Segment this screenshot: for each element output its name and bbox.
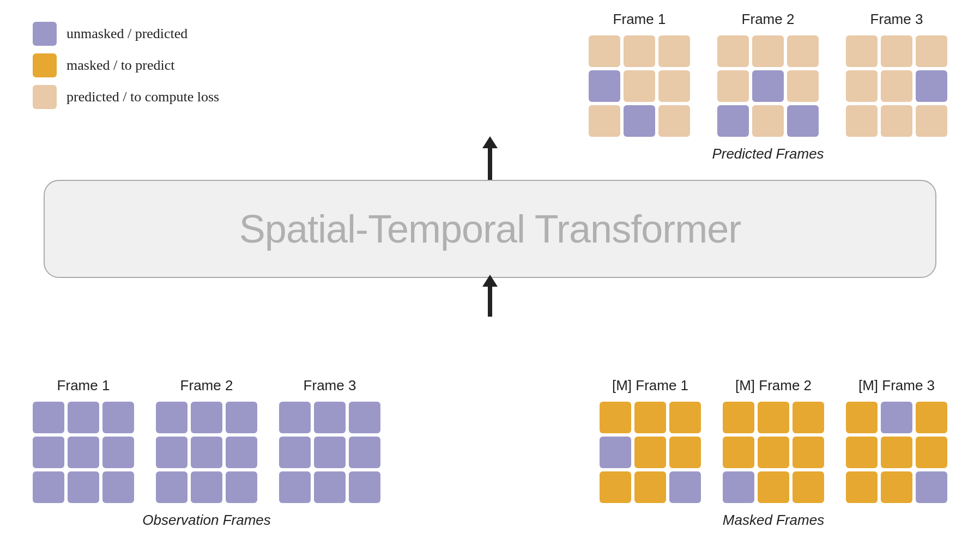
cell bbox=[156, 471, 187, 503]
cell bbox=[916, 105, 947, 137]
cell bbox=[156, 437, 187, 468]
predicted-frame-1-label: Frame 1 bbox=[613, 11, 666, 28]
predicted-frames-label: Predicted Frames bbox=[712, 146, 824, 162]
cell bbox=[102, 437, 134, 468]
cell bbox=[33, 437, 64, 468]
cell bbox=[752, 70, 784, 102]
cell bbox=[634, 437, 666, 468]
masked-frame-3-label: [M] Frame 3 bbox=[858, 377, 935, 394]
cell bbox=[102, 471, 134, 503]
obs-frame-3-label: Frame 3 bbox=[304, 377, 356, 394]
masked-frame-2-grid bbox=[723, 402, 824, 503]
cell bbox=[787, 70, 819, 102]
cell bbox=[156, 402, 187, 433]
cell bbox=[600, 471, 631, 503]
cell bbox=[846, 402, 878, 433]
cell bbox=[600, 402, 631, 433]
predicted-frame-3-label: Frame 3 bbox=[870, 11, 923, 28]
cell bbox=[717, 35, 749, 67]
cell bbox=[787, 105, 819, 137]
cell bbox=[846, 70, 878, 102]
arrow-head-bottom bbox=[482, 275, 498, 287]
cell bbox=[33, 402, 64, 433]
cell bbox=[723, 437, 754, 468]
masked-frame-2-label: [M] Frame 2 bbox=[735, 377, 812, 394]
masked-frames-row: [M] Frame 1 [M] Frame 2 bbox=[600, 377, 947, 503]
predicted-frame-3: Frame 3 bbox=[846, 11, 947, 137]
cell bbox=[758, 437, 789, 468]
obs-frame-1: Frame 1 bbox=[33, 377, 134, 503]
cell bbox=[752, 105, 784, 137]
cell bbox=[846, 437, 878, 468]
cell bbox=[68, 402, 99, 433]
top-section: Frame 1 Frame 2 bbox=[589, 11, 947, 162]
cell bbox=[793, 471, 824, 503]
masked-frame-3-grid bbox=[846, 402, 947, 503]
cell bbox=[846, 35, 878, 67]
cell bbox=[658, 70, 690, 102]
cell bbox=[787, 35, 819, 67]
transformer-box: Spatial-Temporal Transformer bbox=[44, 180, 936, 278]
cell bbox=[624, 35, 655, 67]
cell bbox=[349, 471, 380, 503]
cell bbox=[658, 105, 690, 137]
cell bbox=[279, 471, 311, 503]
cell bbox=[658, 35, 690, 67]
masked-frame-1-grid bbox=[600, 402, 701, 503]
cell bbox=[68, 437, 99, 468]
cell bbox=[589, 70, 620, 102]
cell bbox=[846, 471, 878, 503]
masked-frame-1: [M] Frame 1 bbox=[600, 377, 701, 503]
arrow-from-input bbox=[482, 275, 498, 317]
legend: unmasked / predicted masked / to predict… bbox=[33, 22, 219, 109]
legend-label-unmasked: unmasked / predicted bbox=[66, 26, 187, 42]
cell bbox=[669, 402, 701, 433]
observation-frames-row: Frame 1 Frame 2 bbox=[33, 377, 380, 503]
legend-label-predicted: predicted / to compute loss bbox=[66, 89, 219, 105]
cell bbox=[758, 402, 789, 433]
cell bbox=[723, 402, 754, 433]
legend-item-unmasked: unmasked / predicted bbox=[33, 22, 219, 46]
cell bbox=[600, 437, 631, 468]
predicted-frame-2-grid bbox=[717, 35, 819, 137]
cell bbox=[279, 437, 311, 468]
predicted-swatch bbox=[33, 85, 57, 109]
obs-frame-1-label: Frame 1 bbox=[57, 377, 110, 394]
cell bbox=[881, 471, 912, 503]
cell bbox=[191, 471, 222, 503]
masked-section: [M] Frame 1 [M] Frame 2 bbox=[600, 377, 947, 529]
predicted-frames-row: Frame 1 Frame 2 bbox=[589, 11, 947, 137]
cell bbox=[226, 402, 257, 433]
cell bbox=[916, 35, 947, 67]
cell bbox=[669, 437, 701, 468]
cell bbox=[916, 471, 947, 503]
cell bbox=[589, 105, 620, 137]
cell bbox=[33, 471, 64, 503]
cell bbox=[191, 402, 222, 433]
main-container: unmasked / predicted masked / to predict… bbox=[0, 0, 980, 545]
cell bbox=[634, 471, 666, 503]
cell bbox=[881, 70, 912, 102]
legend-item-predicted: predicted / to compute loss bbox=[33, 85, 219, 109]
predicted-frame-1: Frame 1 bbox=[589, 11, 690, 137]
masked-frame-1-label: [M] Frame 1 bbox=[612, 377, 688, 394]
cell bbox=[102, 402, 134, 433]
cell bbox=[881, 437, 912, 468]
cell bbox=[68, 471, 99, 503]
legend-label-masked: masked / to predict bbox=[66, 57, 175, 74]
transformer-title: Spatial-Temporal Transformer bbox=[239, 207, 741, 251]
masked-frame-2: [M] Frame 2 bbox=[723, 377, 824, 503]
obs-frame-3-grid bbox=[279, 402, 380, 503]
observation-section: Frame 1 Frame 2 bbox=[33, 377, 380, 529]
cell bbox=[793, 437, 824, 468]
predicted-frame-1-grid bbox=[589, 35, 690, 137]
cell bbox=[669, 471, 701, 503]
cell bbox=[758, 471, 789, 503]
obs-frame-2: Frame 2 bbox=[156, 377, 257, 503]
arrow-head-up bbox=[482, 136, 498, 148]
cell bbox=[226, 471, 257, 503]
arrow-shaft-top bbox=[488, 148, 492, 181]
cell bbox=[752, 35, 784, 67]
cell bbox=[589, 35, 620, 67]
legend-item-masked: masked / to predict bbox=[33, 53, 219, 77]
